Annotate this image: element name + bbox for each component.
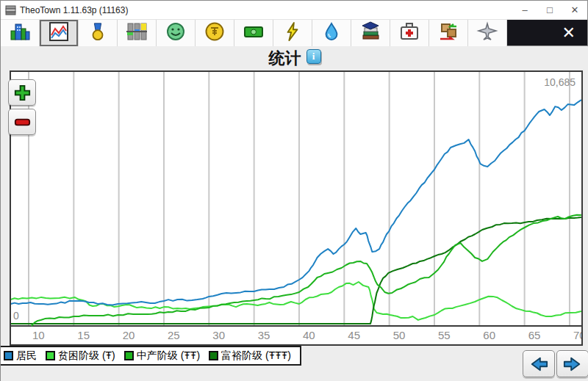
water-icon	[322, 21, 341, 45]
arrow-left-icon	[528, 355, 550, 374]
window-title: TheoTown 1.11.63p (11163)	[20, 5, 128, 15]
chart-legend: 居民贫困阶级 (Ŧ)中产阶级 (ŦŦ)富裕阶级 (ŦŦŦ)	[1, 346, 301, 366]
x-tick-label: 25	[168, 329, 180, 341]
legend-swatch-middle	[124, 351, 134, 360]
education-icon	[359, 21, 381, 45]
x-tick-label: 40	[303, 329, 315, 341]
toolbar-tab-city[interactable]	[1, 20, 40, 46]
toolbar-dark-area: ✕	[507, 20, 587, 46]
toolbar-tab-coin[interactable]	[196, 20, 234, 46]
window-close-button[interactable]: ✕	[562, 1, 587, 19]
legend-label: 贫困阶级 (Ŧ)	[58, 349, 115, 363]
toolbar-tab-demand[interactable]	[118, 20, 157, 46]
chart-area: 10152025303540455055606570 10,685 0	[10, 70, 583, 346]
zoom-in-button[interactable]	[8, 79, 36, 106]
series-line-rich	[11, 217, 581, 324]
series-line-middle	[32, 215, 581, 326]
x-tick-label: 10	[32, 329, 45, 341]
legend-label: 富裕阶级 (ŦŦŦ)	[221, 349, 291, 363]
scroll-left-button[interactable]	[523, 350, 555, 377]
info-icon[interactable]: i	[306, 49, 321, 64]
toolbar: ✕	[1, 20, 587, 46]
legend-label: 居民	[16, 349, 37, 363]
toolbar-tab-education[interactable]	[351, 20, 390, 46]
happiness-icon	[165, 21, 186, 45]
energy-icon	[283, 21, 302, 45]
minus-icon	[12, 112, 32, 132]
legend-swatch-rich	[209, 351, 218, 360]
window-minimize-button[interactable]: –	[512, 1, 537, 19]
coin-icon	[204, 21, 225, 45]
legend-swatch-residents	[4, 351, 13, 360]
series-line-poor	[11, 282, 581, 320]
x-tick-label: 30	[212, 329, 225, 341]
x-tick-label: 15	[77, 329, 90, 341]
city-icon	[9, 21, 31, 45]
legend-label: 中产阶级 (ŦŦ)	[137, 349, 200, 363]
close-panel-button[interactable]: ✕	[551, 20, 587, 46]
y-zero-label: 0	[13, 310, 19, 322]
toolbar-tab-water[interactable]	[312, 20, 351, 46]
x-tick-label: 60	[483, 329, 495, 341]
series-line-residents	[11, 100, 581, 305]
arrow-right-icon	[562, 355, 584, 374]
zoom-out-button[interactable]	[8, 109, 36, 135]
x-tick-label: 50	[393, 329, 406, 341]
toolbar-tab-energy[interactable]	[273, 20, 312, 46]
page-title: 统计	[269, 48, 301, 70]
app-window: TheoTown 1.11.63p (11163) – □ ✕ ✕ 统计 i 1…	[0, 0, 588, 381]
toolbar-tab-rank[interactable]	[79, 20, 118, 46]
toolbar-tab-trade[interactable]	[429, 20, 468, 46]
toolbar-tab-statistics[interactable]	[40, 20, 79, 46]
x-tick-label: 55	[438, 329, 451, 341]
y-max-label: 10,685	[544, 76, 576, 88]
toolbar-tab-airport[interactable]	[468, 20, 507, 46]
window-maximize-button[interactable]: □	[537, 1, 562, 19]
toolbar-tab-health[interactable]	[390, 20, 429, 46]
x-tick-label: 20	[123, 329, 135, 341]
money-icon	[243, 21, 265, 45]
demand-icon	[126, 21, 148, 45]
scroll-right-button[interactable]	[556, 350, 588, 377]
toolbar-tab-money[interactable]	[234, 20, 273, 46]
x-tick-label: 65	[528, 329, 541, 341]
titlebar: TheoTown 1.11.63p (11163) – □ ✕	[1, 1, 587, 20]
x-tick-label: 45	[348, 329, 360, 341]
trade-icon	[437, 21, 459, 45]
toolbar-tab-happiness[interactable]	[157, 20, 196, 46]
x-tick-label: 35	[258, 329, 270, 341]
app-icon	[5, 4, 16, 15]
airport-icon	[476, 21, 498, 45]
legend-swatch-poor	[46, 351, 55, 360]
plus-icon	[12, 83, 32, 103]
statistics-panel: 统计 i 10152025303540455055606570 10,685 0…	[1, 46, 588, 381]
dialog-header: 统计 i	[1, 46, 588, 70]
health-icon	[399, 21, 420, 45]
legend-item-poor: 贫困阶级 (Ŧ)	[46, 349, 115, 363]
rank-icon	[88, 21, 107, 45]
x-tick-label: 70	[573, 329, 581, 341]
statistics-icon	[48, 21, 70, 45]
line-chart: 10152025303540455055606570	[11, 72, 581, 344]
legend-item-residents: 居民	[4, 349, 37, 363]
legend-item-rich: 富裕阶级 (ŦŦŦ)	[209, 349, 291, 363]
legend-item-middle: 中产阶级 (ŦŦ)	[124, 349, 200, 363]
